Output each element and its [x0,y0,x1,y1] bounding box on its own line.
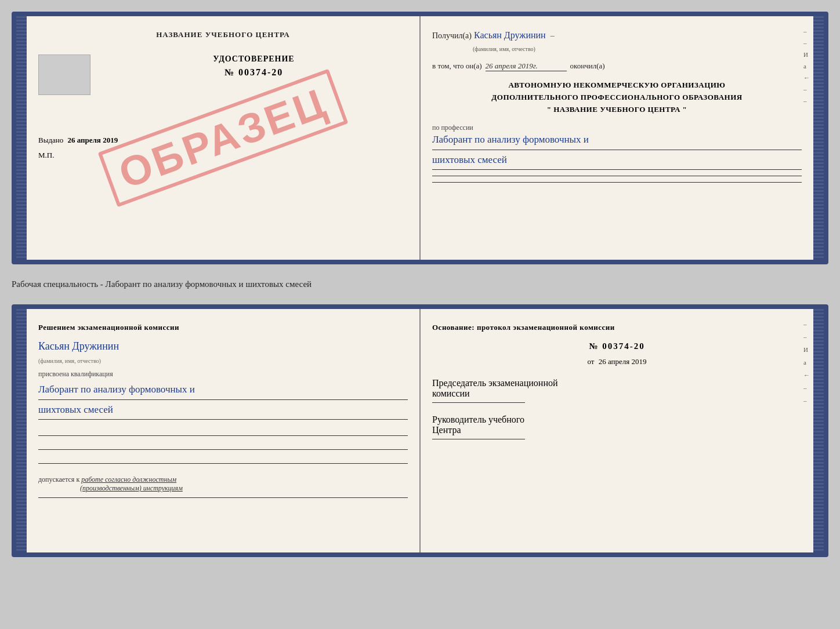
exam-right-panel: Основание: протокол экзаменационной коми… [421,309,813,552]
profession-underline2 [432,169,802,170]
profession-underline4 [432,182,802,183]
rukovod-block: Руководитель учебного Центра [432,415,802,439]
vydano-label: Выдано [38,136,63,144]
komisii-label: комиссии [432,388,802,399]
cert-photo-placeholder [38,54,90,95]
po-professii-label: по профессии [432,123,802,132]
fio-sublabel: (фамилия, имя, отчество) [473,46,535,52]
profession-underline1 [432,150,802,150]
predsedatel-label: Председатель экзаменационной [432,378,802,388]
blank-line2 [38,442,408,450]
profession-line1: Лаборант по анализу формовочных и [432,132,802,147]
top-certificate: НАЗВАНИЕ УЧЕБНОГО ЦЕНТРА УДОСТОВЕРЕНИЕ №… [12,12,828,264]
avtonom-quote: " НАЗВАНИЕ УЧЕБНОГО ЦЕНТРА " [432,104,802,116]
po-professii-block: по профессии Лаборант по анализу формово… [432,123,802,183]
kasyan-line: Касьян Дружинин [38,340,408,352]
tsentr-label: Центра [432,425,802,435]
right-markers: – – И а ← – – [803,28,810,104]
rukovod-label: Руководитель учебного [432,415,802,425]
poluchil-line: Получил(а) Касьян Дружинин – [432,30,802,41]
predsedatel-block: Председатель экзаменационной комиссии [432,378,802,403]
specialty-label: Рабочая специальность - Лаборант по анал… [12,275,828,294]
cert-udost-label: УДОСТОВЕРЕНИЕ [100,54,408,64]
cert-left-panel: НАЗВАНИЕ УЧЕБНОГО ЦЕНТРА УДОСТОВЕРЕНИЕ №… [27,16,421,260]
vtom-date: 26 апреля 2019г. [486,61,567,71]
poluchil-label: Получил(а) [432,31,472,41]
predsedatel-sign-line [432,402,525,403]
blank-line3 [38,456,408,464]
cert-vydano: Выдано 26 апреля 2019 [38,136,408,145]
avtonom-line1: АВТОНОМНУЮ НЕКОММЕРЧЕСКУЮ ОРГАНИЗАЦИЮ [432,79,802,92]
exam-fio-sub: (фамилия, имя, отчество) [38,358,101,364]
ot-date-val: 26 апреля 2019 [599,357,647,366]
cert-right-panel: Получил(а) Касьян Дружинин – (фамилия, и… [421,16,813,260]
kasyan-name: Касьян Дружинин [38,340,119,352]
right-markers-2: – – И а ← – – [803,321,810,404]
osnovanie-header: Основание: протокол экзаменационной коми… [432,323,802,332]
kvali-line1: Лаборант по анализу формовочных и [38,382,408,397]
booklet-spine-left [16,16,27,260]
vtom-label: в том, что он(а) [432,61,482,71]
poluchil-name: Касьян Дружинин [474,30,546,41]
protocol-number: № 00374-20 [432,341,802,351]
vydano-date: 26 апреля 2019 [68,136,118,144]
exam-left-panel: Решением экзаменационной комиссии Касьян… [27,309,421,552]
blank-line1 [38,428,408,436]
booklet-spine2-left [16,309,27,552]
kvali-underline1 [38,399,408,400]
rukovod-sign-line [432,439,525,439]
booklet-spine-right [813,16,824,260]
bottom-certificate: Решением экзаменационной комиссии Касьян… [12,304,828,557]
okonchil-label: окончил(а) [570,61,605,71]
dopusk-italic1: работе согласно должностным [81,475,176,483]
profession-underline3 [432,176,802,176]
avtonom-line2: ДОПОЛНИТЕЛЬНОГО ПРОФЕССИОНАЛЬНОГО ОБРАЗО… [432,92,802,104]
dopusk-underline [38,497,408,498]
kvali-underline2 [38,419,408,420]
blank-lines [38,428,408,464]
cert-mp: М.П. [38,151,408,160]
dopusk-label: допускается к [38,475,79,483]
dopusk-italic2: (производственным) инструкциям [80,484,183,492]
ot-date: от 26 апреля 2019 [432,357,802,366]
kvali-line2: шихтовых смесей [38,402,408,417]
ot-label: от [587,357,594,366]
dopusk-block: допускается к работе согласно должностны… [38,475,408,484]
cert-number-section: УДОСТОВЕРЕНИЕ № 00374-20 [100,54,408,78]
booklet-spine2-right [813,309,824,552]
profession-line2: шихтовых смесей [432,152,802,168]
kvali-label: присвоена квалификация [38,370,408,379]
exam-header: Решением экзаменационной комиссии [38,323,408,332]
avtonom-block: АВТОНОМНУЮ НЕКОММЕРЧЕСКУЮ ОРГАНИЗАЦИЮ ДО… [432,79,802,115]
vtom-line: в том, что он(а) 26 апреля 2019г. окончи… [432,61,802,71]
cert-title: НАЗВАНИЕ УЧЕБНОГО ЦЕНТРА [38,30,408,39]
cert-number: № 00374-20 [100,67,408,78]
